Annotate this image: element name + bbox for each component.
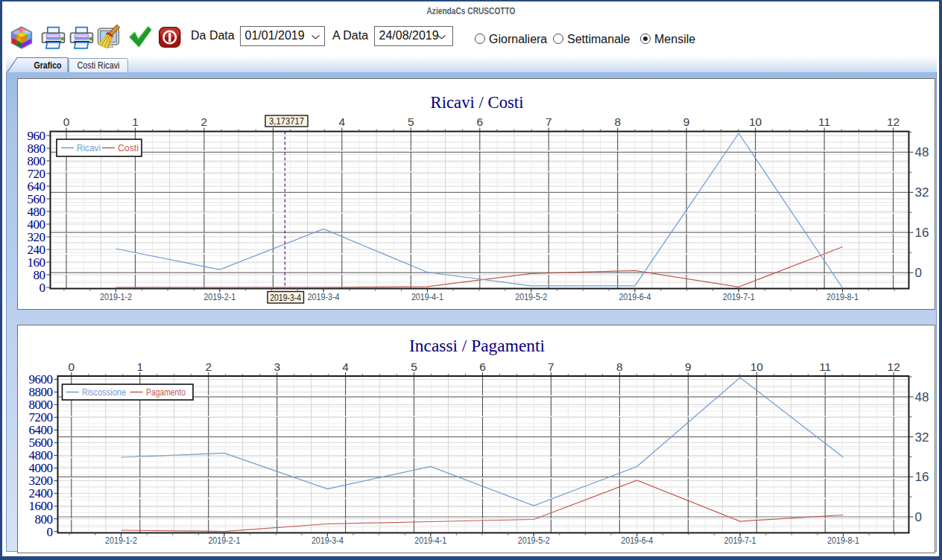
svg-text:0: 0: [915, 510, 922, 524]
svg-text:8: 8: [616, 360, 623, 373]
svg-text:48: 48: [915, 390, 929, 404]
svg-text:8000: 8000: [29, 398, 53, 412]
svg-text:9600: 9600: [29, 372, 53, 386]
svg-text:1: 1: [136, 360, 143, 373]
svg-text:2019-4-1: 2019-4-1: [414, 535, 446, 546]
svg-text:11: 11: [818, 115, 830, 128]
svg-text:400: 400: [28, 217, 45, 232]
svg-text:160: 160: [28, 255, 45, 270]
svg-text:0: 0: [39, 281, 45, 295]
svg-text:2019-5-2: 2019-5-2: [518, 535, 550, 546]
svg-text:8: 8: [614, 115, 621, 128]
svg-text:2019-3-4: 2019-3-4: [270, 292, 301, 303]
svg-text:10: 10: [749, 115, 762, 128]
svg-text:2019-6-4: 2019-6-4: [619, 291, 651, 302]
svg-text:0: 0: [63, 115, 70, 128]
svg-text:2019-3-4: 2019-3-4: [308, 291, 340, 302]
svg-text:3,173717: 3,173717: [269, 115, 304, 127]
svg-text:0: 0: [47, 525, 53, 539]
svg-text:2019-1-2: 2019-1-2: [105, 535, 137, 546]
svg-text:2019-3-4: 2019-3-4: [312, 535, 344, 546]
svg-text:5: 5: [408, 115, 414, 128]
svg-text:2019-7-1: 2019-7-1: [724, 535, 756, 546]
svg-text:2019-5-2: 2019-5-2: [515, 291, 547, 302]
svg-text:560: 560: [28, 192, 45, 206]
svg-text:12: 12: [888, 360, 900, 373]
svg-text:2019-4-1: 2019-4-1: [411, 291, 443, 302]
svg-text:720: 720: [28, 167, 45, 181]
svg-text:2: 2: [205, 360, 212, 373]
svg-text:1600: 1600: [29, 499, 53, 513]
svg-text:2019-2-1: 2019-2-1: [208, 535, 240, 546]
svg-text:Costi Ricavi: Costi Ricavi: [78, 60, 120, 71]
svg-text:2019-6-4: 2019-6-4: [621, 535, 653, 546]
svg-text:7: 7: [546, 115, 552, 128]
svg-text:AziendaCs CRUSCOTTO: AziendaCs CRUSCOTTO: [427, 5, 516, 16]
svg-text:3200: 3200: [29, 474, 53, 488]
svg-text:80: 80: [34, 268, 45, 282]
svg-text:6: 6: [479, 360, 486, 373]
svg-text:48: 48: [915, 145, 929, 159]
svg-text:880: 880: [28, 141, 45, 156]
svg-text:16: 16: [915, 470, 929, 484]
svg-text:2400: 2400: [29, 486, 53, 500]
svg-text:Incassi / Pagamenti: Incassi / Pagamenti: [409, 337, 545, 355]
svg-text:2019-2-1: 2019-2-1: [203, 291, 236, 302]
svg-text:4: 4: [342, 360, 349, 373]
svg-text:9: 9: [683, 115, 690, 128]
svg-text:2: 2: [201, 115, 208, 128]
svg-text:4: 4: [338, 115, 345, 128]
svg-text:960: 960: [28, 129, 45, 143]
svg-text:5: 5: [411, 360, 417, 373]
svg-text:7: 7: [548, 360, 554, 373]
svg-text:6400: 6400: [29, 423, 53, 437]
svg-text:9: 9: [685, 360, 692, 373]
svg-text:0: 0: [915, 266, 922, 280]
svg-text:320: 320: [28, 230, 45, 244]
svg-text:2019-7-1: 2019-7-1: [723, 291, 755, 302]
svg-text:0: 0: [68, 360, 75, 373]
svg-text:3: 3: [274, 360, 280, 373]
svg-text:2019-1-2: 2019-1-2: [100, 291, 132, 302]
svg-text:7200: 7200: [29, 410, 53, 424]
svg-text:800: 800: [35, 512, 53, 526]
svg-text:Riscossione: Riscossione: [82, 386, 126, 398]
svg-text:4800: 4800: [29, 448, 53, 462]
svg-text:5600: 5600: [29, 436, 53, 450]
svg-text:Costi: Costi: [118, 142, 139, 153]
svg-text:1: 1: [132, 115, 139, 128]
svg-text:32: 32: [915, 185, 929, 200]
svg-text:2019-8-1: 2019-8-1: [827, 535, 859, 546]
svg-text:16: 16: [915, 226, 929, 240]
svg-text:32: 32: [915, 430, 929, 445]
svg-text:640: 640: [28, 179, 45, 194]
svg-text:2019-8-1: 2019-8-1: [826, 291, 859, 302]
svg-text:800: 800: [28, 154, 45, 168]
svg-text:480: 480: [28, 205, 45, 219]
svg-text:8800: 8800: [29, 385, 53, 399]
svg-text:240: 240: [28, 243, 45, 257]
svg-text:6: 6: [476, 115, 483, 128]
svg-text:4000: 4000: [29, 461, 53, 475]
svg-text:Ricavi: Ricavi: [77, 142, 101, 153]
svg-text:Pagamento: Pagamento: [146, 386, 186, 398]
svg-text:11: 11: [819, 360, 831, 373]
svg-text:Ricavi / Costi: Ricavi / Costi: [431, 93, 524, 112]
svg-text:10: 10: [750, 360, 764, 373]
svg-text:Grafico: Grafico: [34, 60, 62, 71]
svg-text:12: 12: [887, 115, 900, 128]
